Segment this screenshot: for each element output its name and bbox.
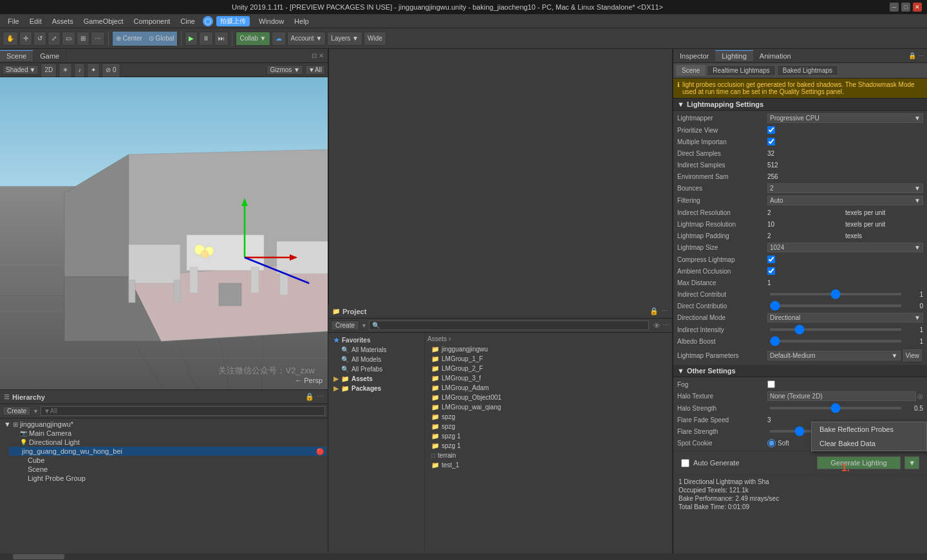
- tab-scene[interactable]: Scene: [0, 50, 33, 61]
- toolbar-collab[interactable]: Collab ▼: [236, 32, 270, 46]
- toolbar-move[interactable]: ✛: [19, 32, 32, 46]
- asset-spzg2[interactable]: 📁 spzg: [427, 422, 670, 431]
- hier-root[interactable]: ▼ ⊞ jingguangjingwu*: [1, 420, 326, 429]
- asset-terrain[interactable]: □ terrain: [427, 451, 670, 460]
- hier-jing-item[interactable]: jing_guang_dong_wu_hong_bei 🔴: [9, 447, 326, 456]
- lightmapping-header[interactable]: ▼ Lightmapping Settings: [673, 98, 927, 111]
- lm-params-dropdown[interactable]: Default-Medium ▼: [767, 351, 901, 360]
- auto-generate-checkbox[interactable]: [681, 459, 689, 467]
- toolbar-play[interactable]: ▶: [185, 32, 198, 46]
- all-models[interactable]: 🔍 All Models: [339, 355, 422, 364]
- toolbar-cloud[interactable]: ☁: [272, 32, 286, 46]
- all-prefabs[interactable]: 🔍 All Prefabs: [339, 364, 422, 374]
- 2d-toggle[interactable]: 2D: [41, 63, 57, 77]
- direct-contrib-slider[interactable]: [770, 304, 901, 307]
- hierarchy-search[interactable]: [41, 406, 325, 416]
- multiple-checkbox[interactable]: [767, 138, 775, 145]
- indirect-intensity-slider[interactable]: [770, 328, 901, 331]
- clear-baked-data[interactable]: Clear Baked Data: [812, 436, 926, 451]
- albedo-boost-slider[interactable]: [770, 340, 901, 342]
- audio-toggle[interactable]: ♪: [74, 63, 85, 77]
- bake-reflection-probes[interactable]: Bake Reflection Probes: [812, 422, 926, 436]
- menu-cine[interactable]: Cine: [175, 16, 200, 26]
- right-more[interactable]: ⋯: [918, 52, 924, 59]
- toolbar-global[interactable]: ⊙ Global: [145, 32, 178, 46]
- prioritize-checkbox[interactable]: [767, 126, 775, 134]
- minimize-button[interactable]: ─: [890, 3, 899, 12]
- indirect-contrib-slider[interactable]: [770, 293, 901, 295]
- project-lock[interactable]: 🔒: [650, 307, 659, 315]
- menu-assets[interactable]: Assets: [47, 16, 79, 26]
- halo-texture-picker[interactable]: ◎: [917, 393, 923, 400]
- hierarchy-more[interactable]: ⋯: [317, 393, 324, 401]
- assets-folder[interactable]: ▶ 📁 Assets: [331, 374, 422, 384]
- asset-test1[interactable]: 📁 test_1: [427, 460, 670, 470]
- filtering-dropdown[interactable]: Auto ▼: [767, 196, 923, 205]
- asset-spzg1b[interactable]: 📁 spzg 1: [427, 441, 670, 451]
- lighting-tab-baked[interactable]: Baked Lightmaps: [777, 65, 838, 76]
- lightmapper-dropdown[interactable]: Progressive CPU ▼: [767, 113, 923, 123]
- spot-soft-radio[interactable]: [767, 439, 776, 447]
- lm-params-view[interactable]: View: [902, 348, 924, 362]
- bounces-dropdown[interactable]: 2 ▼: [767, 183, 923, 193]
- hier-light-probe[interactable]: Light Probe Group: [17, 474, 326, 483]
- maximize-button[interactable]: □: [901, 3, 910, 12]
- hier-main-camera[interactable]: 📷 Main Camera: [9, 429, 326, 438]
- toolbar-scale[interactable]: ⤢: [48, 32, 61, 46]
- gizmos-dropdown[interactable]: Gizmos ▼: [267, 65, 303, 75]
- generate-lighting-arrow[interactable]: ▼: [904, 456, 919, 469]
- fx-toggle[interactable]: ✦: [87, 63, 100, 77]
- asset-lmwai[interactable]: 📁 LMGroup_wai_qiang: [427, 402, 670, 412]
- shaded-dropdown[interactable]: Shaded▼: [3, 65, 39, 75]
- right-lock[interactable]: 🔒: [908, 52, 916, 59]
- all-dropdown[interactable]: ▼All: [305, 65, 325, 75]
- toolbar-account[interactable]: Account ▼: [287, 32, 326, 46]
- project-more[interactable]: ⋯: [661, 307, 668, 315]
- menu-gameobject[interactable]: GameObject: [79, 16, 129, 26]
- tab-animation[interactable]: Animation: [753, 51, 798, 61]
- favorites-folder[interactable]: ★ Favorites: [331, 335, 422, 345]
- toolbar-rotate[interactable]: ↺: [33, 32, 46, 46]
- asset-jingguang[interactable]: 📁 jingguangjingwu: [427, 344, 670, 354]
- compress-checkbox[interactable]: [767, 256, 775, 263]
- asset-spzg1[interactable]: 📁 spzg: [427, 412, 670, 422]
- toolbar-hand[interactable]: ✋: [3, 32, 18, 46]
- asset-lmgroup1[interactable]: 📁 LMGroup_1_F: [427, 354, 670, 364]
- menu-help[interactable]: Help: [289, 16, 314, 26]
- toolbar-center[interactable]: ⊕ Center: [113, 32, 145, 46]
- halo-texture-dropdown[interactable]: None (Texture 2D): [767, 391, 916, 401]
- asset-spzg1a[interactable]: 📁 spzg 1: [427, 431, 670, 441]
- hier-scene[interactable]: Scene: [17, 465, 326, 474]
- other-settings-header[interactable]: ▼ Other Settings: [673, 365, 927, 377]
- project-search[interactable]: [380, 321, 646, 330]
- lighting-tab-realtime[interactable]: Realtime Lightmaps: [707, 65, 775, 76]
- scene-close[interactable]: ✕: [319, 52, 324, 59]
- lighting-tab-scene[interactable]: Scene: [676, 65, 706, 76]
- toolbar-step[interactable]: ⏭: [214, 32, 229, 46]
- toolbar-pause[interactable]: ⏸: [199, 32, 213, 46]
- project-more2[interactable]: ⋯: [662, 321, 670, 330]
- project-eye[interactable]: 👁: [653, 322, 660, 330]
- tab-game[interactable]: Game: [33, 51, 66, 61]
- toolbar-transform[interactable]: ⊞: [77, 32, 89, 46]
- ao-checkbox[interactable]: [767, 267, 775, 275]
- hier-cube[interactable]: Cube: [17, 456, 326, 465]
- hierarchy-lock[interactable]: 🔒: [305, 393, 314, 401]
- spot-soft-option[interactable]: Soft: [767, 439, 789, 447]
- project-scrollbar[interactable]: [425, 554, 672, 560]
- halo-strength-slider[interactable]: [770, 407, 901, 409]
- toolbar-wide[interactable]: Wide: [364, 32, 386, 46]
- tab-lighting[interactable]: Lighting: [715, 50, 753, 61]
- menu-edit[interactable]: Edit: [24, 16, 47, 26]
- directional-mode-dropdown[interactable]: Directional ▼: [767, 313, 923, 322]
- hier-directional-light[interactable]: 💡 Directional Light: [9, 438, 326, 447]
- asset-lmgroup2[interactable]: 📁 LMGroup_2_F: [427, 364, 670, 373]
- asset-lmgroup3[interactable]: 📁 LMGroup_3_f: [427, 373, 670, 383]
- toolbar-layers[interactable]: Layers ▼: [327, 32, 362, 46]
- generate-lighting-btn[interactable]: Generate Lighting: [817, 456, 901, 469]
- close-button[interactable]: ✕: [913, 3, 922, 12]
- fog-checkbox[interactable]: [767, 380, 775, 388]
- menu-component[interactable]: Component: [128, 16, 175, 26]
- layers-count[interactable]: ⊘ 0: [102, 63, 120, 77]
- scene-maximize[interactable]: ⊡: [312, 52, 317, 59]
